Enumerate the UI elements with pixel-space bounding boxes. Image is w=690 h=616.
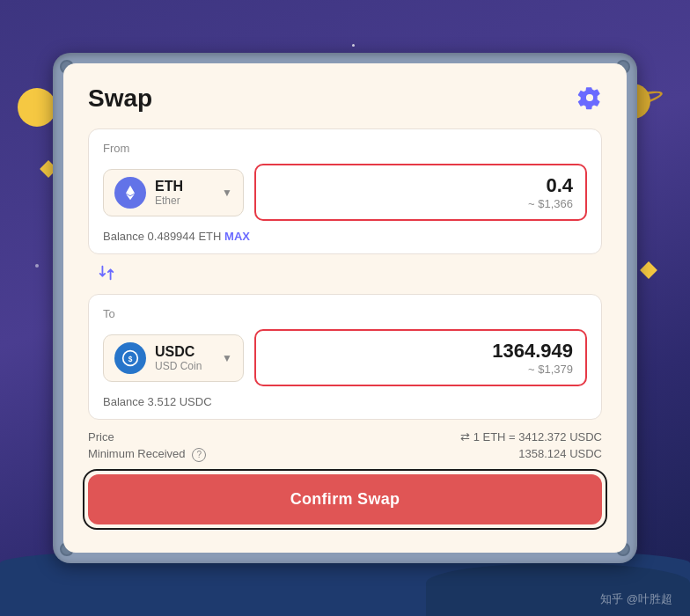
to-balance-row: Balance 3.512 USDC <box>103 395 587 408</box>
to-token-subname: USD Coin <box>155 360 213 372</box>
to-token-name: USDC <box>155 344 213 360</box>
eth-icon <box>114 177 146 209</box>
from-token-name: ETH <box>155 179 213 194</box>
swap-arrows-icon <box>97 263 116 282</box>
confirm-swap-button[interactable]: Confirm Swap <box>88 474 602 524</box>
to-label: To <box>103 307 587 320</box>
from-amount-usd: ~ $1,366 <box>268 197 573 210</box>
card-header: Swap <box>88 84 602 113</box>
hill-decoration-2 <box>426 563 690 616</box>
to-amount-box: 1364.949 ~ $1,379 <box>254 329 587 386</box>
from-token-selector[interactable]: ETH Ether ▼ <box>103 169 244 216</box>
price-info-row: Price ⇄ 1 ETH = 3412.372 USDC <box>88 430 602 444</box>
to-section: To $ USDC USD Coin ▼ <box>88 294 602 420</box>
swap-arrow-wrap <box>92 261 602 289</box>
max-button[interactable]: MAX <box>224 230 250 243</box>
from-balance-row: Balance 0.489944 ETH MAX <box>103 230 587 243</box>
watermark: 知乎 @叶胜超 <box>600 591 672 607</box>
to-amount: 1364.949 <box>268 340 573 363</box>
min-received-row: Minimum Received ? 1358.124 USDC <box>88 447 602 462</box>
swap-card: Swap From ETH <box>63 63 627 553</box>
settings-button[interactable] <box>577 85 602 113</box>
page-title: Swap <box>88 84 152 113</box>
to-row: $ USDC USD Coin ▼ 1364.949 ~ $1,379 <box>103 329 587 386</box>
price-value: ⇄ 1 ETH = 3412.372 USDC <box>460 430 602 444</box>
from-row: ETH Ether ▼ 0.4 ~ $1,366 <box>103 164 587 221</box>
from-token-info: ETH Ether <box>155 179 213 207</box>
to-chevron-icon: ▼ <box>222 352 232 364</box>
to-amount-usd: ~ $1,379 <box>268 363 573 376</box>
from-balance-text: Balance 0.489944 ETH <box>103 230 221 243</box>
gear-icon <box>577 85 602 110</box>
to-balance-text: Balance 3.512 USDC <box>103 395 212 408</box>
to-token-info: USDC USD Coin <box>155 344 213 372</box>
from-section: From ETH Ether ▼ 0 <box>88 128 602 254</box>
from-amount-box[interactable]: 0.4 ~ $1,366 <box>254 164 587 221</box>
yellow-circle <box>18 88 56 127</box>
price-label: Price <box>88 430 114 444</box>
svg-text:$: $ <box>128 355 133 363</box>
confirm-button-wrap: Confirm Swap <box>88 474 602 524</box>
from-label: From <box>103 142 587 155</box>
from-token-subname: Ether <box>155 194 213 207</box>
panel-frame: Swap From ETH <box>53 53 637 563</box>
usdc-icon: $ <box>114 342 146 374</box>
min-received-value: 1358.124 USDC <box>518 447 602 462</box>
min-received-label: Minimum Received ? <box>88 447 206 462</box>
from-amount: 0.4 <box>268 174 573 197</box>
from-chevron-icon: ▼ <box>222 187 232 199</box>
to-token-selector[interactable]: $ USDC USD Coin ▼ <box>103 334 244 382</box>
swap-direction-button[interactable] <box>92 261 121 289</box>
info-icon[interactable]: ? <box>192 448 206 462</box>
